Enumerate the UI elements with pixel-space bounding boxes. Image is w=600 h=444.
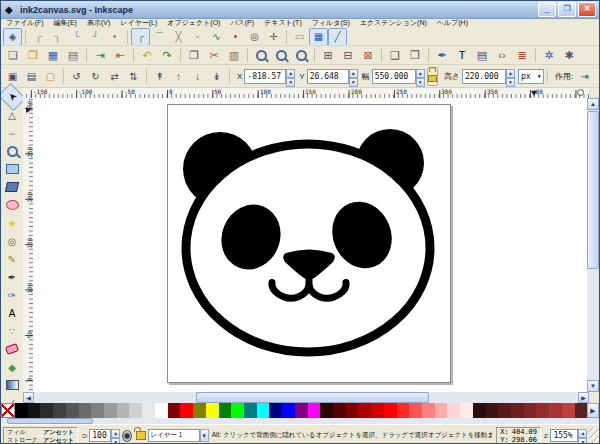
minimize-button[interactable]: _ [538,2,556,17]
canvas[interactable] [33,98,589,392]
flip-vertical[interactable]: ⇅ [124,67,143,85]
layer-lock-icon[interactable] [136,431,145,440]
calligraphy-tool[interactable]: ✑ [1,286,23,304]
paste[interactable]: ▥ [224,46,244,64]
scroll-right-button[interactable]: ▶ [578,392,589,403]
pencil-tool[interactable]: ✎ [1,250,23,268]
palette-swatch[interactable] [104,403,117,418]
menu-path[interactable]: パス(P) [225,18,259,28]
deselect[interactable]: ▢ [41,67,60,85]
menu-help[interactable]: ヘルプ(H) [432,18,473,28]
palette-swatch[interactable] [231,403,244,418]
zoom-tool[interactable] [1,142,23,160]
y-input[interactable]: 26.648 [307,69,349,84]
palette-swatch[interactable] [168,403,181,418]
zoom-to-drawing[interactable] [271,46,291,64]
palette-swatch[interactable] [460,403,473,418]
horizontal-scrollbar[interactable]: ◀ ▶ [23,392,589,403]
unit-select[interactable]: px▼ [518,69,544,84]
palette-swatch[interactable] [91,403,104,418]
ellipse-tool[interactable] [1,196,23,214]
lower[interactable]: ↓ [188,67,207,85]
snap-guides[interactable]: ╱ [328,28,347,46]
menu-extensions[interactable]: エクステンション(N) [355,18,432,28]
document-properties[interactable]: ✱ [559,46,579,64]
cut[interactable]: ✂ [204,46,224,64]
palette-swatch[interactable] [295,403,308,418]
tweak-tool[interactable]: ∽ [1,124,23,142]
palette-swatch[interactable] [575,403,588,418]
zoom-spinner[interactable]: ▲▼ [578,429,587,442]
inkscape-preferences[interactable]: ✲ [539,46,559,64]
lock-ratio-button[interactable] [427,67,438,86]
xml-editor[interactable]: ‹› [492,46,512,64]
palette-swatch[interactable] [28,403,41,418]
fill-stroke-indicator[interactable]: フィル: アンセット ストローク: アンセット [3,427,78,444]
redo[interactable]: ↷ [157,46,177,64]
snap-bbox[interactable]: ┌ [29,28,48,46]
scroll-left-button[interactable]: ◀ [23,392,34,403]
menu-layer[interactable]: レイヤー(L) [115,18,162,28]
snap-cusp-nodes[interactable]: ◦ [188,28,207,46]
palette-swatch[interactable] [269,403,282,418]
group[interactable]: ❑ [385,46,405,64]
width-spinner[interactable]: ▲▼ [416,69,425,84]
snap-enable[interactable]: ◈ [3,28,22,46]
vertical-scrollbar-thumb[interactable] [587,111,599,269]
palette-swatch[interactable] [320,403,333,418]
close-button[interactable]: ✕ [578,2,596,17]
raise[interactable]: ↑ [169,67,188,85]
y-spinner[interactable]: ▲▼ [349,69,358,84]
layer-select[interactable]: レイヤー 1 [148,429,200,442]
menu-object[interactable]: オブジェクト(O) [162,18,225,28]
height-spinner[interactable]: ▲▼ [506,69,515,84]
gradient-tool[interactable] [1,376,23,394]
palette-swatch[interactable] [536,403,549,418]
menu-text[interactable]: テキスト(T) [259,18,307,28]
palette-swatch[interactable] [486,403,499,418]
snap-rotation-centers[interactable]: ✛ [264,28,283,46]
duplicate[interactable]: ⊞ [318,46,338,64]
palette-swatch[interactable] [206,403,219,418]
export-image[interactable]: ⇤ [110,46,130,64]
save-document[interactable]: ▦ [43,46,63,64]
palette-swatch[interactable] [473,403,486,418]
select-all[interactable]: ▣ [3,67,22,85]
snap-bbox-corners[interactable]: └ [67,28,86,46]
palette-swatch[interactable] [117,403,130,418]
palette-swatch[interactable] [257,403,270,418]
palette-swatch[interactable] [15,403,28,418]
vertical-scrollbar[interactable]: ▲ ▼ [587,98,599,392]
select-all-in-all-layers[interactable]: ▤ [22,67,41,85]
snap-smooth-nodes[interactable]: ∿ [207,28,226,46]
rotate-90-cw[interactable]: ↻ [86,67,105,85]
x-input[interactable]: -818.57 [244,69,286,84]
box3d-tool[interactable] [1,178,23,196]
palette-swatch[interactable] [409,403,422,418]
text-tool[interactable]: A [1,304,23,322]
palette-swatch[interactable] [155,403,168,418]
affect-stroke-width[interactable]: ⇥ [575,67,594,85]
layer-visibility-icon[interactable] [122,430,132,442]
width-input[interactable]: 550.000 [372,69,416,84]
no-color-swatch[interactable] [1,403,15,418]
snap-midpoints[interactable]: • [226,28,245,46]
palette-swatch[interactable] [358,403,371,418]
palette-swatch[interactable] [180,403,193,418]
rotate-90-ccw[interactable]: ↺ [67,67,86,85]
spiral-tool[interactable]: ◎ [1,232,23,250]
palette-swatch[interactable] [219,403,232,418]
scroll-up-button[interactable]: ▲ [587,98,599,110]
palette-swatch[interactable] [346,403,359,418]
create-clone[interactable]: ⊟ [338,46,358,64]
layer-select-arrow[interactable]: ▼ [200,429,209,442]
flip-horizontal[interactable]: ⇄ [105,67,124,85]
palette-swatch[interactable] [498,403,511,418]
palette-swatch[interactable] [562,403,575,418]
menu-view[interactable]: 表示(V) [82,18,115,28]
palette-swatch[interactable] [549,403,562,418]
zoom-to-page[interactable] [291,46,311,64]
palette-swatch[interactable] [79,403,92,418]
window-resize-grip[interactable] [589,427,599,444]
palette-swatch[interactable] [282,403,295,418]
